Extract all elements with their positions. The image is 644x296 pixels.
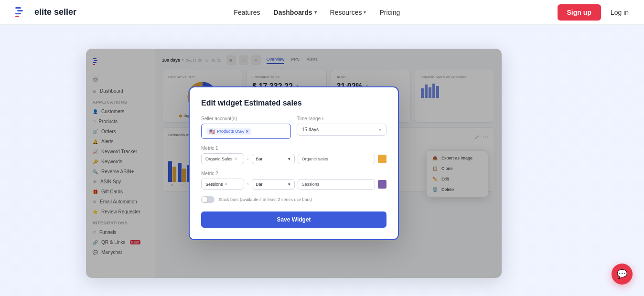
remove-metric1-tag[interactable]: × (235, 156, 237, 161)
logo-icon (15, 7, 31, 18)
chat-icon: 💬 (617, 269, 627, 279)
seller-label: Seller account(s) (201, 116, 291, 121)
toggle-row: Stack bars (available if at least 2 seri… (201, 196, 386, 203)
metric1-inputs: Organic Sales × › Bar ▾ Organic sales (201, 153, 386, 164)
arrow-icon: › (247, 156, 248, 161)
navbar-center: Features Dashboards ▾ Resources ▾ Pricin… (234, 9, 400, 16)
metric2-inputs: Sessions × › Bar ▾ Sessions (201, 179, 386, 190)
chevron-down-icon: ▾ (364, 10, 366, 15)
toggle-label: Stack bars (available if at least 2 seri… (218, 197, 312, 202)
modal-seller-col: Seller account(s) 🇺🇸 Products USA × (201, 116, 291, 139)
modal-overlay: Edit widget Estimated sales Seller accou… (86, 49, 502, 278)
modal-seller-time-row: Seller account(s) 🇺🇸 Products USA × Time… (201, 116, 386, 139)
chevron-down-icon: ▾ (314, 10, 317, 15)
navbar-right: Sign up Log in (558, 4, 629, 21)
dashboard-window: ⊞ Dashboard Applications 👤 Customers □ P… (86, 49, 502, 278)
metric1-label: Metric 1 (201, 146, 386, 151)
metric1-row: Metric 1 Organic Sales × › Bar ▾ Organic… (201, 146, 386, 164)
flag-icon: 🇺🇸 (209, 129, 215, 134)
time-range-select[interactable]: 15 days ▾ (297, 124, 386, 136)
chevron-down-icon: ▾ (288, 182, 290, 187)
svg-rect-1 (17, 10, 23, 11)
svg-rect-2 (15, 13, 21, 14)
arrow-icon: › (247, 181, 248, 187)
save-widget-button[interactable]: Save Widget (201, 211, 386, 228)
nav-resources[interactable]: Resources ▾ (330, 9, 366, 16)
metric2-tag: Sessions (205, 182, 223, 187)
svg-rect-0 (15, 7, 21, 9)
nav-pricing[interactable]: Pricing (379, 9, 400, 16)
login-button[interactable]: Log in (611, 9, 629, 16)
metric1-name-input[interactable]: Organic sales (298, 154, 375, 164)
metric1-tag: Organic Sales (205, 157, 233, 161)
chat-button[interactable]: 💬 (612, 264, 633, 285)
time-range-label: Time range ℹ (297, 116, 386, 121)
edit-widget-modal: Edit widget Estimated sales Seller accou… (189, 86, 399, 240)
chevron-down-icon: ▾ (288, 157, 290, 161)
modal-time-col: Time range ℹ 15 days ▾ (297, 116, 386, 139)
metric2-row: Metric 2 Sessions × › Bar ▾ Sessions (201, 171, 386, 190)
signup-button[interactable]: Sign up (558, 4, 601, 21)
metric1-tag-input[interactable]: Organic Sales × (201, 153, 244, 164)
metric2-name-input[interactable]: Sessions (298, 179, 375, 190)
info-icon: ℹ (322, 116, 323, 121)
seller-tag-input[interactable]: 🇺🇸 Products USA × (201, 124, 291, 139)
metric2-tag-input[interactable]: Sessions × (201, 179, 244, 190)
svg-rect-3 (15, 16, 19, 17)
modal-title: Edit widget Estimated sales (201, 99, 386, 107)
nav-features[interactable]: Features (234, 9, 260, 16)
logo: elite seller (15, 7, 76, 18)
metric1-color-swatch[interactable] (378, 155, 386, 163)
remove-metric2-tag[interactable]: × (225, 181, 228, 187)
toggle-knob (202, 197, 207, 202)
metric1-type-select[interactable]: Bar ▾ (252, 154, 295, 164)
navbar: elite seller Features Dashboards ▾ Resou… (0, 0, 644, 25)
remove-seller-tag[interactable]: × (246, 129, 249, 134)
nav-dashboards[interactable]: Dashboards ▾ (274, 9, 317, 16)
stack-bars-toggle[interactable] (201, 196, 215, 203)
main-area: ⊞ Dashboard Applications 👤 Customers □ P… (0, 25, 644, 296)
seller-tag: 🇺🇸 Products USA × (206, 128, 251, 135)
metric2-label: Metric 2 (201, 171, 386, 176)
chevron-down-icon: ▾ (379, 127, 381, 132)
metric2-color-swatch[interactable] (378, 180, 386, 189)
metric2-type-select[interactable]: Bar ▾ (252, 179, 295, 190)
logo-text: elite seller (34, 7, 76, 17)
